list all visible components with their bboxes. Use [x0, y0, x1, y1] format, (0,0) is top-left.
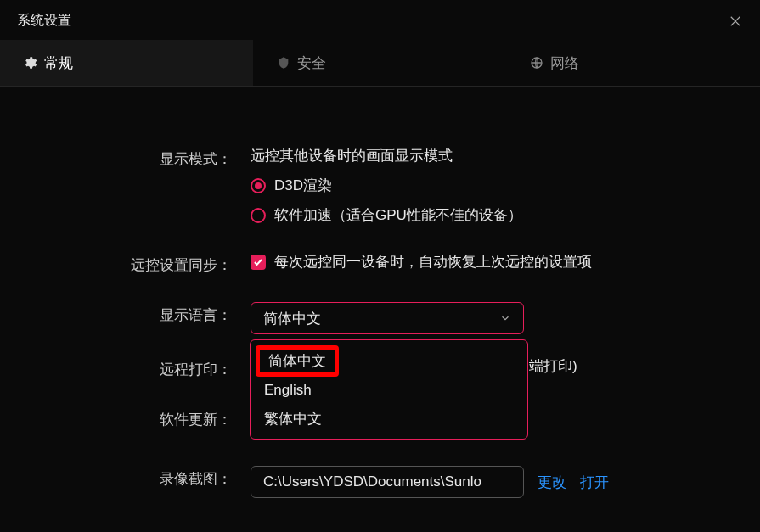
remote-sync-label: 远控设置同步：: [0, 252, 251, 275]
remote-print-suffix: 端打印): [529, 358, 577, 374]
language-option-english[interactable]: English: [251, 377, 527, 404]
tab-security-label: 安全: [297, 53, 326, 73]
recording-path-input[interactable]: C:\Users\YDSD\Documents\Sunlo: [251, 466, 524, 498]
checkbox-remote-sync[interactable]: 每次远控同一设备时，自动恢复上次远控的设置项: [251, 252, 743, 272]
remote-print-label: 远程打印：: [0, 356, 251, 379]
globe-icon: [530, 56, 543, 70]
row-display-mode: 显示模式： 远控其他设备时的画面显示模式 D3D渲染 软件加速（适合GPU性能不…: [0, 146, 743, 225]
row-remote-sync: 远控设置同步： 每次远控同一设备时，自动恢复上次远控的设置项: [0, 252, 743, 275]
language-option-traditional[interactable]: 繁体中文: [251, 404, 527, 434]
row-language: 显示语言： 简体中文 简体中文 English 繁体中文: [0, 302, 743, 334]
checkbox-checked-icon: [251, 255, 266, 270]
radio-selected-icon: [251, 178, 266, 193]
titlebar: 系统设置: [0, 0, 760, 40]
tab-network-label: 网络: [550, 53, 579, 73]
row-recording: 录像截图： C:\Users\YDSD\Documents\Sunlo 更改 打…: [0, 466, 743, 498]
language-option-simplified[interactable]: 简体中文: [256, 345, 339, 377]
language-select[interactable]: 简体中文: [251, 302, 524, 334]
language-selected-value: 简体中文: [263, 309, 321, 328]
gear-icon: [24, 56, 37, 70]
shield-icon: [277, 56, 290, 70]
radio-software[interactable]: 软件加速（适合GPU性能不佳的设备）: [251, 205, 743, 225]
software-update-label: 软件更新：: [0, 406, 251, 429]
radio-unselected-icon: [251, 208, 266, 223]
checkbox-sync-label: 每次远控同一设备时，自动恢复上次远控的设置项: [274, 252, 592, 272]
recording-change-button[interactable]: 更改: [538, 473, 566, 492]
recording-open-button[interactable]: 打开: [580, 473, 609, 492]
tab-general-label: 常规: [44, 53, 73, 73]
radio-d3d-label: D3D渲染: [274, 176, 332, 195]
tab-network[interactable]: 网络: [506, 40, 759, 86]
window-title: 系统设置: [17, 12, 71, 30]
language-dropdown: 简体中文 English 繁体中文: [250, 339, 528, 440]
tab-bar: 常规 安全 网络: [0, 40, 760, 87]
close-icon: [728, 14, 743, 29]
settings-content: 显示模式： 远控其他设备时的画面显示模式 D3D渲染 软件加速（适合GPU性能不…: [0, 87, 760, 532]
radio-d3d[interactable]: D3D渲染: [251, 176, 743, 195]
tab-security[interactable]: 安全: [253, 40, 506, 86]
chevron-down-icon: [499, 312, 511, 324]
language-label: 显示语言：: [0, 302, 251, 325]
display-mode-label: 显示模式：: [0, 146, 251, 169]
recording-label: 录像截图：: [0, 466, 251, 489]
tab-general[interactable]: 常规: [0, 40, 253, 86]
display-mode-desc: 远控其他设备时的画面显示模式: [251, 146, 743, 165]
recording-path-value: C:\Users\YDSD\Documents\Sunlo: [263, 473, 481, 490]
radio-software-label: 软件加速（适合GPU性能不佳的设备）: [274, 205, 522, 225]
close-button[interactable]: [728, 14, 743, 29]
